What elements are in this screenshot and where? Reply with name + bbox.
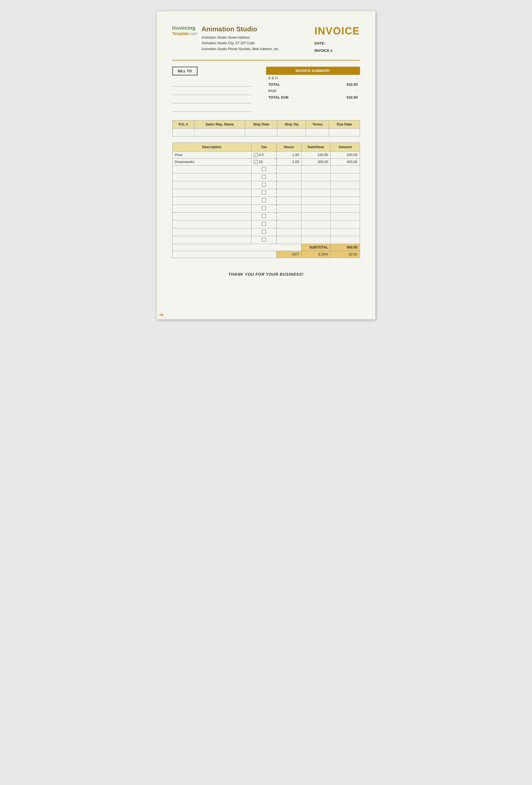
item-hours-5	[277, 181, 301, 189]
bill-summary-row: BILL TO INVOICE SUMMARY S & H - TOTAL	[172, 67, 360, 114]
bill-to-line-2	[172, 89, 251, 95]
item-tax-4	[251, 173, 276, 181]
item-rate-7	[301, 197, 331, 205]
checkbox-4[interactable]	[262, 175, 266, 179]
logo-template: Template.com	[172, 31, 198, 36]
item-hours-2: 2.00	[277, 158, 301, 166]
po-cell-shipdate	[245, 129, 277, 136]
item-desc-2: Dreamworks	[172, 158, 251, 166]
checkbox-11[interactable]	[262, 230, 266, 234]
item-amount-9	[331, 213, 360, 221]
bill-to-lines	[172, 80, 251, 112]
item-row-11	[172, 228, 360, 236]
checkbox-9[interactable]	[262, 214, 266, 218]
item-tax-10	[251, 221, 276, 228]
item-rate-3	[301, 166, 331, 173]
po-cell-shipvia	[277, 129, 306, 136]
item-amount-10	[331, 221, 360, 228]
item-amount-2: 400.00	[331, 158, 360, 166]
checkbox-7[interactable]	[262, 198, 266, 202]
subtotal-label: SUBTOTAL	[301, 244, 331, 251]
item-row-5	[172, 181, 360, 189]
item-hours-8	[277, 205, 301, 213]
checkbox-6[interactable]	[262, 191, 266, 195]
paid-value: -	[324, 88, 360, 94]
header-left: Invoicing Template.com Animation Studio …	[172, 25, 280, 52]
item-tax-12	[251, 236, 276, 244]
total-value: 532.50	[324, 81, 360, 88]
item-tax-8	[251, 205, 276, 213]
item-desc-10	[172, 221, 251, 228]
po-col-duedate: Due Date	[329, 121, 360, 129]
po-table: P.O. # Sales Rep. Name Ship Date Ship Vi…	[172, 120, 360, 136]
po-col-shipvia: Ship Via	[277, 121, 306, 129]
item-row-9	[172, 213, 360, 221]
invoice-summary-section: INVOICE SUMMARY S & H - TOTAL 532.50 PAI…	[266, 67, 360, 101]
sh-value: -	[324, 75, 360, 81]
item-desc-8	[172, 205, 251, 213]
invoice-title: INVOICE	[314, 25, 360, 37]
po-table-wrapper: P.O. # Sales Rep. Name Ship Date Ship Vi…	[172, 120, 360, 136]
logo-invoicing: Invoicing	[172, 25, 198, 31]
item-rate-4	[301, 173, 331, 181]
item-tax-1: ✓ 6.5	[251, 152, 276, 158]
item-amount-7	[331, 197, 360, 205]
checkbox-3[interactable]	[262, 167, 266, 171]
po-col-shipdate: Ship Date	[245, 121, 277, 129]
checkbox-checked-1[interactable]: ✓	[254, 153, 258, 157]
item-hours-4	[277, 173, 301, 181]
thank-you-message: THANK YOU FOR YOUR BUSINESS!	[172, 272, 360, 277]
invoice-meta: DATE: INVOICE #	[314, 40, 360, 54]
po-cell-po	[172, 129, 194, 136]
checkbox-12[interactable]	[262, 237, 266, 242]
summary-row-total: TOTAL 532.50	[266, 81, 360, 88]
po-cell-duedate	[329, 129, 360, 136]
bill-to-line-1	[172, 80, 251, 86]
item-rate-1: 100.00	[301, 152, 331, 158]
item-desc-5	[172, 181, 251, 189]
item-amount-4	[331, 173, 360, 181]
item-amount-11	[331, 228, 360, 236]
item-desc-11	[172, 228, 251, 236]
po-cell-sales	[194, 129, 245, 136]
header-right: INVOICE DATE: INVOICE #	[314, 25, 360, 54]
item-row-1: Pixar ✓ 6.5 1.00 100.00 100.00	[172, 152, 360, 158]
item-desc-6	[172, 189, 251, 197]
col-description: Description	[172, 143, 251, 152]
items-table-wrapper: Description Tax Hours Rate/Hour Amount P…	[172, 143, 360, 258]
checkbox-5[interactable]	[262, 183, 266, 186]
item-rate-8	[301, 205, 331, 213]
item-tax-3	[251, 166, 276, 173]
paid-label: PAID	[266, 88, 324, 94]
tax-value-2: 26	[259, 160, 263, 164]
items-table: Description Tax Hours Rate/Hour Amount P…	[172, 143, 360, 258]
subtotal-empty	[172, 244, 301, 251]
totaldue-value: 532.50	[324, 94, 360, 101]
item-rate-2: 200.00	[301, 158, 331, 166]
item-row-7	[172, 197, 360, 205]
summary-row-paid: PAID -	[266, 88, 360, 94]
item-tax-7	[251, 197, 276, 205]
item-row-12	[172, 236, 360, 244]
tax-value-1: 6.5	[259, 153, 263, 157]
checkbox-checked-2[interactable]: ✓	[254, 160, 258, 164]
checkbox-8[interactable]	[262, 206, 266, 210]
item-row-8	[172, 205, 360, 213]
item-rate-9	[301, 213, 331, 221]
summary-row-totaldue: TOTAL DUE 532.50	[266, 94, 360, 101]
item-tax-6	[251, 189, 276, 197]
checkbox-10[interactable]	[262, 222, 266, 226]
company-name: Animation Studio	[201, 25, 279, 33]
gst-row: GST 6.50% 32.50	[172, 251, 360, 258]
po-row-1	[172, 129, 360, 136]
item-hours-7	[277, 197, 301, 205]
item-amount-6	[331, 189, 360, 197]
item-row-4	[172, 173, 360, 181]
company-info: Animation Studio Animation Studio Street…	[201, 25, 279, 52]
po-col-sales: Sales Rep. Name	[194, 121, 245, 129]
col-ratehour: Rate/Hour	[301, 143, 331, 152]
item-desc-4	[172, 173, 251, 181]
item-rate-5	[301, 181, 331, 189]
company-address: Animation Studio Street Address Animatio…	[201, 35, 279, 52]
item-tax-9	[251, 213, 276, 221]
